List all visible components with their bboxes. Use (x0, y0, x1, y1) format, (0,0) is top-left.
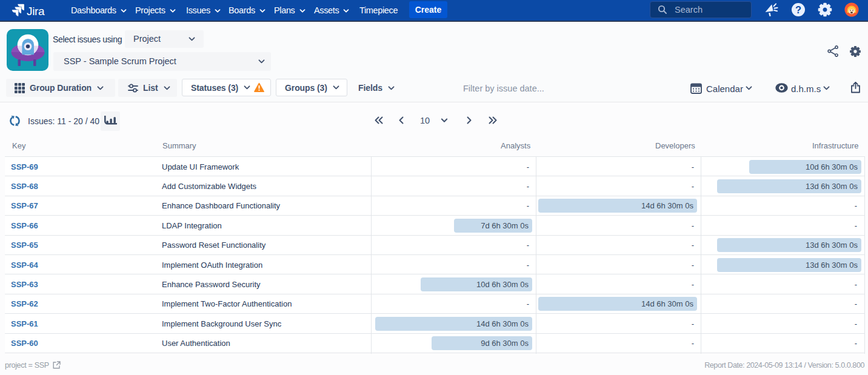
svg-text:Jira: Jira (27, 5, 45, 18)
svg-text:?: ? (795, 4, 801, 15)
